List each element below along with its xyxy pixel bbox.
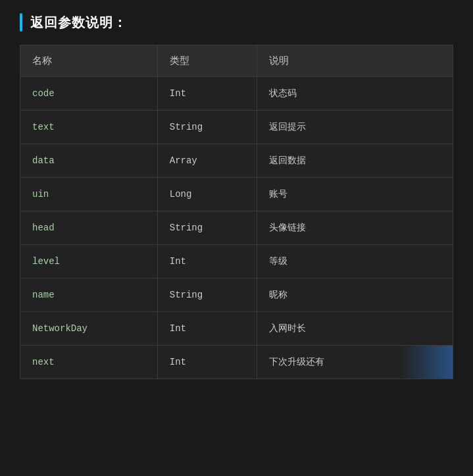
cell-param-desc: 返回数据 [257, 144, 453, 178]
cell-param-name: level [20, 245, 158, 278]
cell-param-type: Long [157, 178, 257, 211]
cell-param-name: uin [20, 178, 158, 211]
cell-param-name: data [20, 144, 158, 178]
table-row: codeInt状态码 [20, 77, 453, 111]
cell-param-desc: 入网时长 [257, 312, 453, 346]
cell-param-name: text [20, 111, 158, 144]
truncate-indicator [400, 346, 453, 379]
cell-param-type: Int [157, 77, 257, 111]
cell-param-name: next [20, 346, 158, 379]
cell-param-name: code [20, 77, 158, 111]
table-row: dataArray返回数据 [20, 144, 453, 178]
cell-param-desc: 状态码 [257, 77, 453, 111]
table-row: uinLong账号 [20, 178, 453, 211]
col-header-name: 名称 [20, 45, 158, 77]
table-row: NetworkDayInt入网时长 [20, 312, 453, 346]
table-row: textString返回提示 [20, 111, 453, 144]
col-header-desc: 说明 [257, 45, 453, 77]
table-row: nextInt下次升级还有 [20, 346, 453, 379]
section-title: 返回参数说明： [30, 14, 127, 32]
cell-param-type: Int [157, 312, 257, 346]
table-row: levelInt等级 [20, 245, 453, 278]
cell-param-type: Int [157, 245, 257, 278]
cell-param-desc: 等级 [257, 245, 453, 278]
col-header-type: 类型 [157, 45, 257, 77]
cell-param-type: Array [157, 144, 257, 178]
cell-param-name: head [20, 211, 158, 245]
cell-param-desc: 昵称 [257, 278, 453, 312]
cell-param-desc: 返回提示 [257, 111, 453, 144]
cell-param-type: String [157, 278, 257, 312]
cell-param-type: Int [157, 346, 257, 379]
table-row: headString头像链接 [20, 211, 453, 245]
table-header-row: 名称 类型 说明 [20, 45, 453, 77]
cell-param-name: NetworkDay [20, 312, 158, 346]
cell-param-type: String [157, 111, 257, 144]
cell-param-desc: 头像链接 [257, 211, 453, 245]
cell-param-desc: 账号 [257, 178, 453, 211]
params-table: 名称 类型 说明 codeInt状态码textString返回提示dataArr… [20, 45, 453, 379]
cell-param-desc: 下次升级还有 [257, 346, 453, 379]
section-header: 返回参数说明： [20, 13, 453, 32]
title-accent-bar [20, 13, 22, 32]
cell-param-name: name [20, 278, 158, 312]
cell-param-type: String [157, 211, 257, 245]
table-row: nameString昵称 [20, 278, 453, 312]
